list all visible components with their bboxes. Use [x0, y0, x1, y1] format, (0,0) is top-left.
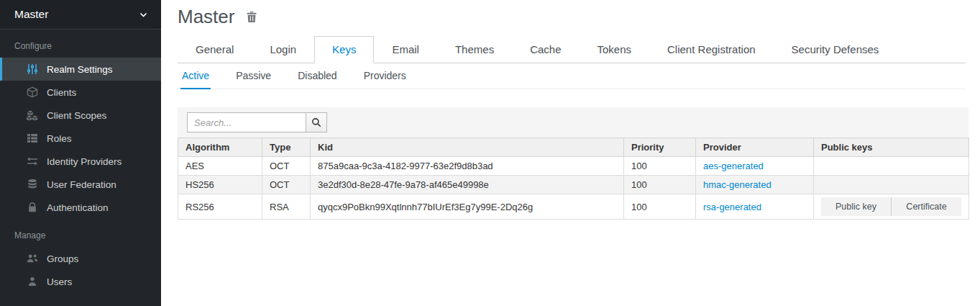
sidebar-section-manage: Manage	[0, 219, 161, 247]
chevron-down-icon	[139, 10, 148, 19]
provider-link[interactable]: rsa-generated	[703, 202, 761, 212]
sliders-icon	[26, 63, 38, 75]
cell-algorithm: RS256	[178, 194, 262, 220]
cell-kid: 875a9caa-9c3a-4182-9977-63e2f9d8b3ad	[311, 157, 624, 176]
sidebar-item-label: Groups	[47, 253, 78, 264]
tab-general[interactable]: General	[178, 36, 252, 63]
search-icon	[311, 117, 321, 127]
search-button[interactable]	[306, 112, 327, 132]
groups-icon	[26, 253, 38, 264]
cell-provider: aes-generated	[696, 157, 814, 176]
table-row: HS256 OCT 3e2df30d-8e28-47fe-9a78-af465e…	[178, 176, 969, 194]
user-icon	[26, 276, 38, 287]
tab-keys[interactable]: Keys	[314, 36, 374, 63]
sidebar-item-client-scopes[interactable]: Client Scopes	[0, 104, 161, 127]
sidebar-section-configure: Configure	[0, 30, 161, 58]
main-content: Master General Login Keys Email Themes C…	[161, 0, 980, 306]
col-header-priority: Priority	[624, 138, 696, 157]
cell-public-keys: Public key Certificate	[814, 194, 969, 220]
sidebar-item-user-federation[interactable]: User Federation	[0, 173, 161, 196]
cell-priority: 100	[624, 157, 696, 176]
cell-public-keys	[814, 176, 969, 194]
tab-client-registration[interactable]: Client Registration	[649, 36, 774, 63]
sidebar-item-authentication[interactable]: Authentication	[0, 196, 161, 219]
sidebar-item-clients[interactable]: Clients	[0, 81, 161, 104]
sidebar-item-realm-settings[interactable]: Realm Settings	[0, 58, 161, 81]
delete-realm-trash-icon[interactable]	[245, 10, 259, 24]
col-header-provider: Provider	[696, 138, 814, 157]
cell-type: OCT	[262, 176, 311, 194]
cell-provider: hmac-generated	[696, 176, 814, 194]
cell-priority: 100	[624, 194, 696, 220]
cell-type: OCT	[262, 157, 311, 176]
table-toolbar	[178, 107, 968, 138]
exchange-arrows-icon	[26, 156, 38, 167]
cell-type: RSA	[262, 194, 311, 220]
sidebar-item-label: Identity Providers	[47, 156, 122, 167]
sidebar-item-label: Users	[47, 276, 72, 287]
sidebar-item-label: Realm Settings	[47, 64, 113, 75]
tab-login[interactable]: Login	[252, 36, 314, 63]
search-input[interactable]	[187, 112, 306, 132]
sidebar-item-groups[interactable]: Groups	[0, 247, 161, 270]
sidebar-item-label: Client Scopes	[47, 110, 106, 121]
realm-selector-label: Master	[14, 8, 48, 21]
cell-public-keys	[814, 157, 969, 176]
col-header-type: Type	[262, 138, 311, 157]
table-row: RS256 RSA qyqcx9PoBkn99Xqtlnnh77bIUrEf3E…	[178, 194, 969, 220]
realm-selector[interactable]: Master	[0, 0, 161, 30]
sidebar-item-users[interactable]: Users	[0, 270, 161, 293]
keys-subtabs: Active Passive Disabled Providers	[178, 63, 966, 89]
cell-priority: 100	[624, 176, 696, 194]
sidebar-item-label: Clients	[47, 87, 76, 98]
certificate-button[interactable]: Certificate	[891, 197, 961, 216]
database-icon	[26, 179, 38, 190]
keys-table: Algorithm Type Kid Priority Provider Pub…	[178, 138, 969, 220]
lock-icon	[26, 202, 38, 213]
subtab-passive[interactable]: Passive	[234, 63, 273, 89]
sidebar-item-label: Authentication	[47, 202, 109, 213]
tab-cache[interactable]: Cache	[512, 36, 579, 63]
subtab-providers[interactable]: Providers	[362, 63, 408, 89]
col-header-kid: Kid	[311, 138, 624, 157]
cell-algorithm: AES	[178, 157, 262, 176]
cell-kid: 3e2df30d-8e28-47fe-9a78-af465e49998e	[311, 176, 624, 194]
sidebar-item-label: User Federation	[47, 179, 116, 190]
table-header-row: Algorithm Type Kid Priority Provider Pub…	[178, 138, 969, 157]
sidebar-item-roles[interactable]: Roles	[0, 127, 161, 150]
col-header-public-keys: Public keys	[814, 138, 969, 157]
provider-link[interactable]: hmac-generated	[703, 179, 771, 190]
list-icon	[26, 132, 38, 144]
sidebar-item-label: Roles	[47, 133, 72, 144]
tab-themes[interactable]: Themes	[437, 36, 512, 63]
table-row: AES OCT 875a9caa-9c3a-4182-9977-63e2f9d8…	[178, 157, 969, 176]
page-title: Master	[178, 6, 234, 28]
col-header-algorithm: Algorithm	[178, 138, 262, 157]
sidebar: Master Configure Realm Settings Clients …	[0, 0, 161, 306]
subtab-active[interactable]: Active	[180, 63, 211, 89]
cell-algorithm: HS256	[178, 176, 262, 194]
sidebar-item-identity-providers[interactable]: Identity Providers	[0, 150, 161, 173]
cell-kid: qyqcx9PoBkn99Xqtlnnh77bIUrEf3Eg7y99E-2Dq…	[311, 194, 624, 220]
realm-settings-tabs: General Login Keys Email Themes Cache To…	[178, 36, 966, 63]
subtab-disabled[interactable]: Disabled	[296, 63, 338, 89]
cubes-icon	[26, 109, 38, 121]
tab-email[interactable]: Email	[374, 36, 437, 63]
tab-security-defenses[interactable]: Security Defenses	[774, 36, 897, 63]
provider-link[interactable]: aes-generated	[703, 161, 764, 171]
cube-icon	[26, 86, 38, 98]
tab-tokens[interactable]: Tokens	[580, 36, 650, 63]
cell-provider: rsa-generated	[696, 194, 814, 220]
public-key-button[interactable]: Public key	[821, 197, 891, 216]
